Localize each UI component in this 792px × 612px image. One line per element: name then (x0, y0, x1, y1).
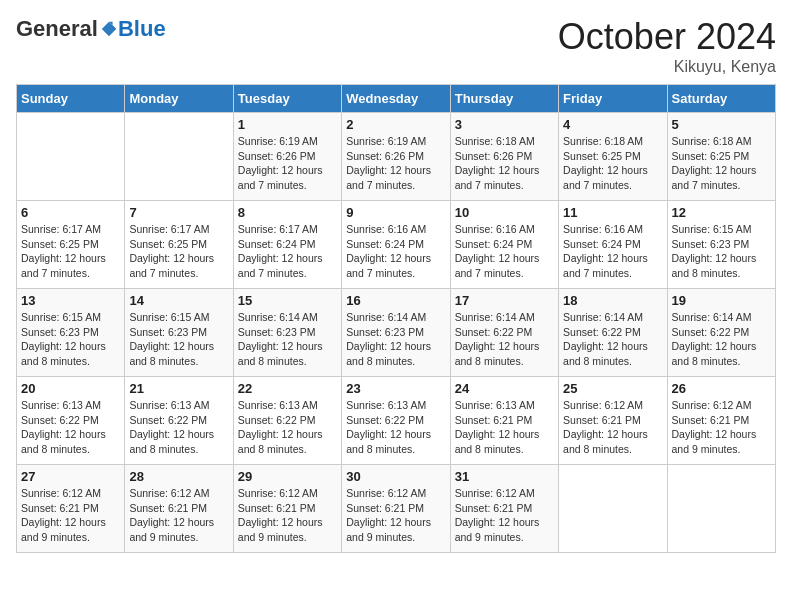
calendar-cell: 15Sunrise: 6:14 AM Sunset: 6:23 PM Dayli… (233, 289, 341, 377)
weekday-header: Tuesday (233, 85, 341, 113)
calendar-cell: 18Sunrise: 6:14 AM Sunset: 6:22 PM Dayli… (559, 289, 667, 377)
calendar-cell: 24Sunrise: 6:13 AM Sunset: 6:21 PM Dayli… (450, 377, 558, 465)
calendar-cell: 7Sunrise: 6:17 AM Sunset: 6:25 PM Daylig… (125, 201, 233, 289)
day-info: Sunrise: 6:15 AM Sunset: 6:23 PM Dayligh… (129, 310, 228, 369)
day-info: Sunrise: 6:12 AM Sunset: 6:21 PM Dayligh… (238, 486, 337, 545)
day-info: Sunrise: 6:14 AM Sunset: 6:22 PM Dayligh… (563, 310, 662, 369)
day-number: 15 (238, 293, 337, 308)
calendar-cell: 17Sunrise: 6:14 AM Sunset: 6:22 PM Dayli… (450, 289, 558, 377)
day-number: 29 (238, 469, 337, 484)
day-number: 26 (672, 381, 771, 396)
weekday-header: Saturday (667, 85, 775, 113)
day-info: Sunrise: 6:12 AM Sunset: 6:21 PM Dayligh… (21, 486, 120, 545)
calendar-cell: 9Sunrise: 6:16 AM Sunset: 6:24 PM Daylig… (342, 201, 450, 289)
calendar-week-row: 27Sunrise: 6:12 AM Sunset: 6:21 PM Dayli… (17, 465, 776, 553)
day-number: 30 (346, 469, 445, 484)
location-subtitle: Kikuyu, Kenya (558, 58, 776, 76)
calendar-cell (667, 465, 775, 553)
day-number: 22 (238, 381, 337, 396)
calendar-week-row: 20Sunrise: 6:13 AM Sunset: 6:22 PM Dayli… (17, 377, 776, 465)
day-number: 7 (129, 205, 228, 220)
day-info: Sunrise: 6:14 AM Sunset: 6:23 PM Dayligh… (346, 310, 445, 369)
calendar-cell: 4Sunrise: 6:18 AM Sunset: 6:25 PM Daylig… (559, 113, 667, 201)
day-info: Sunrise: 6:14 AM Sunset: 6:22 PM Dayligh… (455, 310, 554, 369)
day-number: 23 (346, 381, 445, 396)
calendar-cell (125, 113, 233, 201)
logo-flag-icon (100, 20, 118, 38)
day-number: 18 (563, 293, 662, 308)
calendar-cell: 30Sunrise: 6:12 AM Sunset: 6:21 PM Dayli… (342, 465, 450, 553)
day-number: 28 (129, 469, 228, 484)
day-number: 19 (672, 293, 771, 308)
weekday-header: Monday (125, 85, 233, 113)
calendar-cell: 14Sunrise: 6:15 AM Sunset: 6:23 PM Dayli… (125, 289, 233, 377)
day-info: Sunrise: 6:12 AM Sunset: 6:21 PM Dayligh… (346, 486, 445, 545)
calendar-cell: 20Sunrise: 6:13 AM Sunset: 6:22 PM Dayli… (17, 377, 125, 465)
day-info: Sunrise: 6:16 AM Sunset: 6:24 PM Dayligh… (563, 222, 662, 281)
calendar-cell: 31Sunrise: 6:12 AM Sunset: 6:21 PM Dayli… (450, 465, 558, 553)
month-title: October 2024 (558, 16, 776, 58)
calendar-cell: 26Sunrise: 6:12 AM Sunset: 6:21 PM Dayli… (667, 377, 775, 465)
day-number: 6 (21, 205, 120, 220)
calendar-cell: 16Sunrise: 6:14 AM Sunset: 6:23 PM Dayli… (342, 289, 450, 377)
logo-blue-text: Blue (118, 16, 166, 42)
day-info: Sunrise: 6:12 AM Sunset: 6:21 PM Dayligh… (672, 398, 771, 457)
calendar-cell: 22Sunrise: 6:13 AM Sunset: 6:22 PM Dayli… (233, 377, 341, 465)
day-info: Sunrise: 6:16 AM Sunset: 6:24 PM Dayligh… (455, 222, 554, 281)
day-number: 3 (455, 117, 554, 132)
day-info: Sunrise: 6:18 AM Sunset: 6:25 PM Dayligh… (672, 134, 771, 193)
logo-general-text: General (16, 16, 98, 42)
day-info: Sunrise: 6:17 AM Sunset: 6:25 PM Dayligh… (21, 222, 120, 281)
day-number: 21 (129, 381, 228, 396)
day-number: 20 (21, 381, 120, 396)
logo: General Blue (16, 16, 166, 42)
calendar-week-row: 13Sunrise: 6:15 AM Sunset: 6:23 PM Dayli… (17, 289, 776, 377)
calendar-cell: 27Sunrise: 6:12 AM Sunset: 6:21 PM Dayli… (17, 465, 125, 553)
calendar-week-row: 1Sunrise: 6:19 AM Sunset: 6:26 PM Daylig… (17, 113, 776, 201)
calendar-cell (17, 113, 125, 201)
day-info: Sunrise: 6:17 AM Sunset: 6:24 PM Dayligh… (238, 222, 337, 281)
day-info: Sunrise: 6:13 AM Sunset: 6:22 PM Dayligh… (346, 398, 445, 457)
calendar-cell: 10Sunrise: 6:16 AM Sunset: 6:24 PM Dayli… (450, 201, 558, 289)
calendar-cell: 5Sunrise: 6:18 AM Sunset: 6:25 PM Daylig… (667, 113, 775, 201)
day-info: Sunrise: 6:15 AM Sunset: 6:23 PM Dayligh… (21, 310, 120, 369)
day-number: 5 (672, 117, 771, 132)
calendar-cell: 13Sunrise: 6:15 AM Sunset: 6:23 PM Dayli… (17, 289, 125, 377)
calendar-cell (559, 465, 667, 553)
weekday-header: Thursday (450, 85, 558, 113)
day-info: Sunrise: 6:13 AM Sunset: 6:21 PM Dayligh… (455, 398, 554, 457)
day-info: Sunrise: 6:18 AM Sunset: 6:26 PM Dayligh… (455, 134, 554, 193)
title-block: October 2024 Kikuyu, Kenya (558, 16, 776, 76)
day-number: 9 (346, 205, 445, 220)
day-info: Sunrise: 6:12 AM Sunset: 6:21 PM Dayligh… (455, 486, 554, 545)
day-info: Sunrise: 6:13 AM Sunset: 6:22 PM Dayligh… (21, 398, 120, 457)
day-number: 13 (21, 293, 120, 308)
day-info: Sunrise: 6:13 AM Sunset: 6:22 PM Dayligh… (129, 398, 228, 457)
day-info: Sunrise: 6:15 AM Sunset: 6:23 PM Dayligh… (672, 222, 771, 281)
day-number: 31 (455, 469, 554, 484)
calendar-cell: 2Sunrise: 6:19 AM Sunset: 6:26 PM Daylig… (342, 113, 450, 201)
weekday-header-row: SundayMondayTuesdayWednesdayThursdayFrid… (17, 85, 776, 113)
day-info: Sunrise: 6:13 AM Sunset: 6:22 PM Dayligh… (238, 398, 337, 457)
calendar-cell: 1Sunrise: 6:19 AM Sunset: 6:26 PM Daylig… (233, 113, 341, 201)
weekday-header: Sunday (17, 85, 125, 113)
day-number: 11 (563, 205, 662, 220)
calendar-table: SundayMondayTuesdayWednesdayThursdayFrid… (16, 84, 776, 553)
day-number: 27 (21, 469, 120, 484)
day-number: 1 (238, 117, 337, 132)
day-number: 17 (455, 293, 554, 308)
day-info: Sunrise: 6:14 AM Sunset: 6:23 PM Dayligh… (238, 310, 337, 369)
day-number: 24 (455, 381, 554, 396)
day-number: 10 (455, 205, 554, 220)
day-number: 8 (238, 205, 337, 220)
calendar-cell: 21Sunrise: 6:13 AM Sunset: 6:22 PM Dayli… (125, 377, 233, 465)
day-info: Sunrise: 6:12 AM Sunset: 6:21 PM Dayligh… (129, 486, 228, 545)
weekday-header: Friday (559, 85, 667, 113)
day-number: 2 (346, 117, 445, 132)
day-number: 4 (563, 117, 662, 132)
calendar-cell: 12Sunrise: 6:15 AM Sunset: 6:23 PM Dayli… (667, 201, 775, 289)
calendar-cell: 19Sunrise: 6:14 AM Sunset: 6:22 PM Dayli… (667, 289, 775, 377)
page-header: General Blue October 2024 Kikuyu, Kenya (16, 16, 776, 76)
calendar-cell: 6Sunrise: 6:17 AM Sunset: 6:25 PM Daylig… (17, 201, 125, 289)
day-info: Sunrise: 6:16 AM Sunset: 6:24 PM Dayligh… (346, 222, 445, 281)
